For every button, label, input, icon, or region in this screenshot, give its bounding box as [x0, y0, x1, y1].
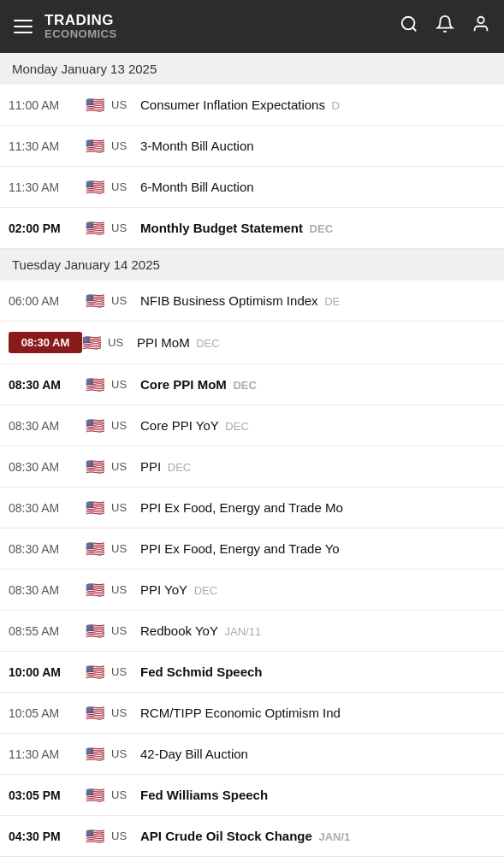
event-name: Fed Schmid Speech	[140, 664, 495, 679]
event-time: 11:30 AM	[9, 180, 86, 194]
calendar: Monday January 13 202511:00 AM🇺🇸USConsum…	[0, 53, 504, 857]
event-name: Core PPI MoM DEC	[140, 377, 495, 392]
event-row[interactable]: 11:30 AM🇺🇸US6-Month Bill Auction	[0, 167, 504, 208]
country-flag: 🇺🇸	[82, 334, 106, 352]
header-left: TRADING ECONOMICS	[14, 13, 117, 41]
country-flag: 🇺🇸	[86, 581, 110, 599]
event-row[interactable]: 08:30 AM🇺🇸USPPI MoM DEC	[0, 322, 504, 364]
event-row[interactable]: 08:30 AM🇺🇸USCore PPI MoM DEC	[0, 364, 504, 405]
country-flag: 🇺🇸	[86, 178, 110, 197]
user-icon[interactable]	[471, 15, 490, 38]
menu-button[interactable]	[14, 20, 33, 33]
event-time: 10:05 AM	[9, 706, 86, 720]
header-right	[400, 15, 490, 38]
event-tag: JAN/11	[222, 625, 261, 638]
svg-point-0	[402, 17, 415, 30]
event-time: 10:00 AM	[9, 665, 86, 679]
app-header: TRADING ECONOMICS	[0, 0, 504, 53]
country-code: US	[111, 460, 135, 473]
country-flag: 🇺🇸	[86, 499, 110, 517]
event-row[interactable]: 08:30 AM🇺🇸USCore PPI YoY DEC	[0, 405, 504, 446]
event-row[interactable]: 02:00 PM🇺🇸USMonthly Budget Statement DEC	[0, 208, 504, 249]
event-row[interactable]: 08:55 AM🇺🇸USRedbook YoY JAN/11	[0, 611, 504, 652]
event-tag: DE	[322, 295, 341, 308]
country-flag: 🇺🇸	[86, 704, 110, 723]
event-time: 08:30 AM	[9, 460, 86, 474]
event-name: PPI DEC	[140, 459, 495, 474]
country-code: US	[111, 583, 135, 596]
event-row[interactable]: 08:30 AM🇺🇸USPPI Ex Food, Energy and Trad…	[0, 487, 504, 528]
event-time: 11:30 AM	[9, 139, 86, 153]
event-time: 08:30 AM	[9, 332, 82, 353]
country-flag: 🇺🇸	[86, 745, 110, 764]
event-row[interactable]: 10:00 AM🇺🇸USFed Schmid Speech	[0, 652, 504, 693]
event-tag: DEC	[230, 379, 257, 392]
event-row[interactable]: 11:30 AM🇺🇸US42-Day Bill Auction	[0, 734, 504, 775]
event-row[interactable]: 08:30 AM🇺🇸USPPI YoY DEC	[0, 570, 504, 611]
event-name: Consumer Inflation Expectations D	[140, 97, 495, 112]
event-row[interactable]: 08:30 AM🇺🇸USPPI DEC	[0, 446, 504, 487]
event-row[interactable]: 10:05 AM🇺🇸USRCM/TIPP Economic Optimism I…	[0, 693, 504, 734]
country-code: US	[111, 501, 135, 514]
event-name: API Crude Oil Stock Change JAN/1	[140, 829, 495, 843]
country-code: US	[111, 830, 135, 842]
country-flag: 🇺🇸	[86, 663, 110, 682]
country-code: US	[111, 419, 135, 432]
event-name: Fed Williams Speech	[140, 788, 495, 802]
country-code: US	[111, 747, 135, 760]
country-flag: 🇺🇸	[86, 416, 110, 435]
event-row[interactable]: 08:30 AM🇺🇸USPPI Ex Food, Energy and Trad…	[0, 528, 504, 570]
country-code: US	[111, 706, 135, 719]
event-time: 11:30 AM	[9, 747, 86, 761]
country-flag: 🇺🇸	[86, 827, 110, 846]
event-tag: DEC	[191, 584, 217, 597]
event-time: 08:30 AM	[9, 583, 86, 597]
event-time: 08:30 AM	[9, 501, 86, 515]
event-tag: DEC	[164, 461, 191, 474]
event-time: 11:00 AM	[9, 98, 86, 112]
event-row[interactable]: 11:30 AM🇺🇸US3-Month Bill Auction	[0, 126, 504, 167]
event-row[interactable]: 03:05 PM🇺🇸USFed Williams Speech	[0, 775, 504, 816]
event-name: PPI Ex Food, Energy and Trade Yo	[140, 541, 495, 556]
event-tag: D	[329, 99, 340, 112]
country-flag: 🇺🇸	[86, 96, 110, 115]
event-name: PPI YoY DEC	[140, 582, 495, 597]
event-tag: DEC	[222, 420, 249, 433]
event-time: 02:00 PM	[9, 221, 86, 235]
country-flag: 🇺🇸	[86, 375, 110, 394]
country-code: US	[111, 624, 135, 637]
country-code: US	[111, 139, 135, 152]
country-flag: 🇺🇸	[86, 219, 110, 238]
event-time: 03:05 PM	[9, 788, 86, 802]
event-time: 08:30 AM	[9, 419, 86, 433]
brand-economics: ECONOMICS	[44, 28, 117, 40]
event-name: RCM/TIPP Economic Optimism Ind	[140, 706, 495, 720]
event-time: 06:00 AM	[9, 294, 86, 308]
event-tag: JAN/1	[316, 830, 350, 843]
country-flag: 🇺🇸	[86, 622, 110, 641]
event-name: 42-Day Bill Auction	[140, 747, 495, 761]
event-name: NFIB Business Optimism Index DE	[140, 293, 495, 308]
event-row[interactable]: 11:00 AM🇺🇸USConsumer Inflation Expectati…	[0, 85, 504, 126]
notification-icon[interactable]	[436, 15, 454, 38]
event-name: PPI MoM DEC	[137, 335, 495, 350]
event-row[interactable]: 04:30 PM🇺🇸USAPI Crude Oil Stock Change J…	[0, 816, 504, 857]
event-name: 3-Month Bill Auction	[140, 139, 495, 153]
event-time: 08:30 AM	[9, 542, 86, 556]
country-code: US	[111, 378, 135, 391]
country-flag: 🇺🇸	[86, 458, 110, 476]
event-time: 08:30 AM	[9, 378, 86, 392]
date-header-0: Monday January 13 2025	[0, 53, 504, 85]
event-tag: DEC	[306, 222, 333, 235]
search-icon[interactable]	[400, 15, 418, 38]
event-row[interactable]: 06:00 AM🇺🇸USNFIB Business Optimism Index…	[0, 280, 504, 322]
event-tag: DEC	[193, 337, 220, 350]
brand-trading: TRADING	[44, 13, 117, 29]
date-header-1: Tuesday January 14 2025	[0, 249, 504, 280]
brand-logo: TRADING ECONOMICS	[44, 13, 117, 41]
event-time: 04:30 PM	[9, 830, 86, 843]
svg-line-1	[412, 27, 416, 31]
country-code: US	[111, 221, 135, 234]
country-code: US	[108, 336, 132, 349]
country-code: US	[111, 98, 135, 111]
